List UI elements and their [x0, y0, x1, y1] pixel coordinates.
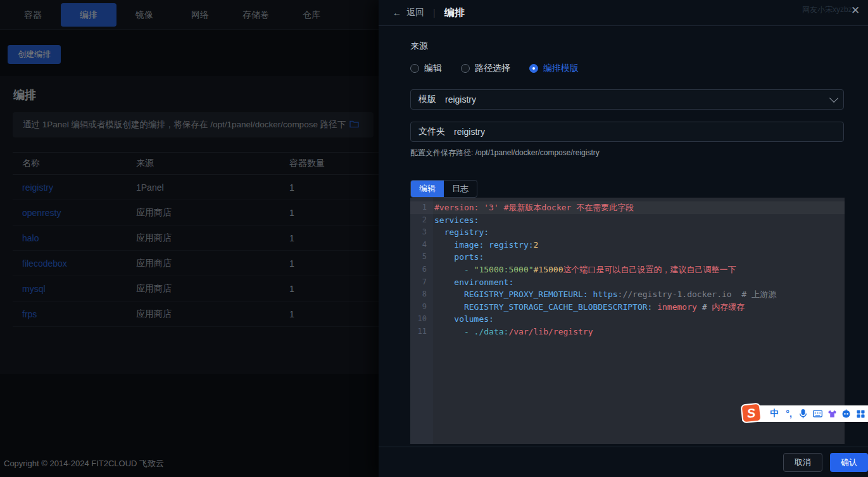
- code-text: ports:: [433, 251, 484, 264]
- code-text: image: registry:2: [433, 239, 538, 251]
- sogou-logo-icon[interactable]: S: [741, 402, 762, 423]
- line-number: 7: [410, 276, 433, 289]
- code-line: 11 - ./data:/var/lib/registry: [410, 326, 845, 338]
- smart-assistant-icon[interactable]: [840, 409, 854, 418]
- code-text: - "15000:5000"#15000这个端口是可以自己设置的，建议自己调整一…: [433, 264, 736, 276]
- voice-input-icon[interactable]: [796, 409, 810, 419]
- confirm-button[interactable]: 确认: [830, 453, 868, 472]
- radio-compose-template[interactable]: 编排模版: [529, 63, 579, 74]
- code-line: 8 REGISTRY_PROXY_REMOTEURL: https://regi…: [410, 288, 845, 301]
- skin-icon[interactable]: [825, 409, 840, 418]
- modal-mask: [0, 0, 379, 477]
- code-text: services:: [433, 214, 479, 227]
- code-line: 5 ports:: [410, 251, 845, 264]
- drawer-header: ← 返回 | 编排 网友小宋xyzbz. ✕: [379, 0, 868, 26]
- toolbox-grid-icon[interactable]: [853, 410, 868, 418]
- code-line: 10 volumes:: [410, 313, 845, 326]
- code-line: 3 registry:: [410, 226, 845, 239]
- line-number: 8: [410, 288, 433, 301]
- template-select[interactable]: 模版 reigistry: [410, 89, 844, 110]
- source-label: 来源: [410, 41, 428, 52]
- line-number: 2: [410, 214, 433, 227]
- tab-logs[interactable]: 日志: [444, 181, 477, 197]
- code-line: 2services:: [410, 214, 845, 227]
- code-line: 4 image: registry:2: [410, 239, 845, 251]
- line-number: 3: [410, 226, 433, 239]
- close-icon[interactable]: ✕: [848, 3, 863, 18]
- code-text: - ./data:/var/lib/registry: [433, 326, 593, 338]
- virtual-keyboard-icon[interactable]: [810, 410, 825, 417]
- back-arrow-icon: ←: [393, 8, 401, 18]
- folder-input[interactable]: 文件夹 reigistry: [410, 122, 844, 142]
- tab-edit[interactable]: 编辑: [411, 181, 444, 197]
- radio-path-select-label: 路径选择: [475, 63, 510, 74]
- code-text: volumes:: [433, 313, 494, 326]
- code-line: 6 - "15000:5000"#15000这个端口是可以自己设置的，建议自己调…: [410, 264, 845, 276]
- folder-input-value: reigistry: [454, 127, 485, 137]
- code-text: #version: '3' #最新版本docker 不在需要此字段: [433, 201, 634, 214]
- radio-path-select[interactable]: 路径选择: [461, 63, 510, 74]
- editor-tab-bar: 编辑 日志: [410, 180, 477, 198]
- radio-edit-label: 编辑: [424, 63, 442, 74]
- ime-toolbar: S 中 °,: [742, 405, 868, 422]
- code-line: 7 environment:: [410, 276, 845, 289]
- editor-content: 1#version: '3' #最新版本docker 不在需要此字段2servi…: [410, 198, 845, 338]
- radio-compose-template-label: 编排模版: [543, 63, 579, 74]
- header-divider: |: [433, 8, 436, 18]
- code-text: environment:: [433, 276, 513, 289]
- line-number: 1: [410, 201, 433, 214]
- line-number: 10: [410, 313, 433, 326]
- watermark-text: 网友小宋xyzbz.: [802, 4, 854, 15]
- code-text: registry:: [433, 226, 489, 239]
- radio-edit[interactable]: 编辑: [410, 63, 442, 74]
- punctuation-icon[interactable]: °,: [782, 409, 796, 419]
- code-text: REGISTRY_PROXY_REMOTEURL: https://regist…: [433, 288, 776, 301]
- code-line: 1#version: '3' #最新版本docker 不在需要此字段: [410, 201, 845, 214]
- code-text: REGISTRY_STORAGE_CACHE_BLOBDESCRIPTOR: i…: [433, 301, 745, 314]
- template-select-label: 模版: [418, 94, 436, 105]
- back-label: 返回: [406, 7, 424, 18]
- save-path-hint: 配置文件保存路径: /opt/1panel/docker/compose/rei…: [410, 148, 600, 158]
- drawer-footer: 取消 确认: [379, 447, 868, 477]
- drawer-title: 编排: [444, 6, 465, 20]
- radio-edit-dot: [410, 64, 419, 73]
- chinese-mode-icon[interactable]: 中: [767, 408, 782, 419]
- line-number: 11: [410, 326, 433, 338]
- code-line: 9 REGISTRY_STORAGE_CACHE_BLOBDESCRIPTOR:…: [410, 301, 845, 314]
- cancel-button[interactable]: 取消: [783, 453, 822, 472]
- radio-compose-template-dot: [529, 64, 538, 73]
- line-number: 5: [410, 251, 433, 264]
- back-button[interactable]: ← 返回: [393, 7, 424, 18]
- line-number: 6: [410, 264, 433, 276]
- template-select-value: reigistry: [445, 94, 476, 105]
- line-number: 9: [410, 301, 433, 314]
- app-root: 容器编排镜像网络存储卷仓库 创建编排 编排 通过 1Panel 编辑或者模版创建…: [0, 0, 868, 477]
- chevron-down-icon: [829, 94, 838, 103]
- folder-input-label: 文件夹: [418, 126, 445, 137]
- radio-path-select-dot: [461, 64, 470, 73]
- main-page: 容器编排镜像网络存储卷仓库 创建编排 编排 通过 1Panel 编辑或者模版创建…: [0, 0, 379, 477]
- source-radio-group: 编辑 路径选择 编排模版: [410, 63, 579, 74]
- line-number: 4: [410, 239, 433, 251]
